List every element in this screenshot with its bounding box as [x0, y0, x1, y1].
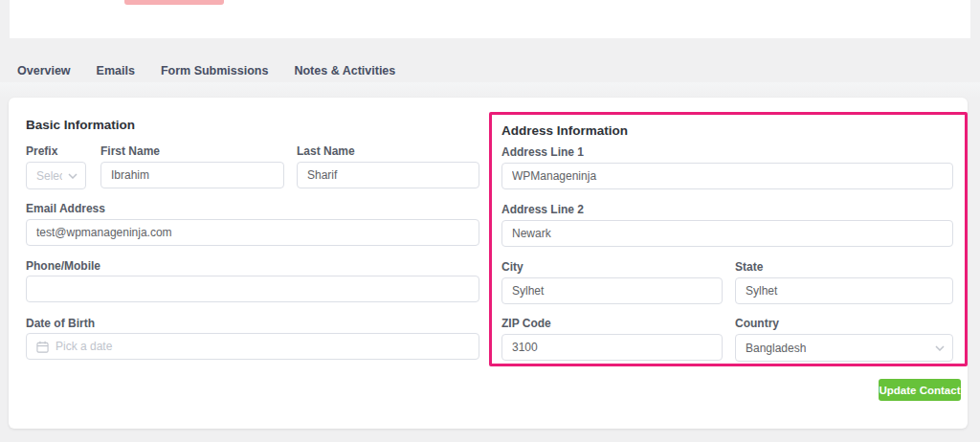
dob-label: Date of Birth [26, 317, 95, 330]
phone-input[interactable] [26, 276, 479, 302]
prefix-select-placeholder: Select [36, 169, 62, 183]
last-name-input[interactable] [297, 162, 479, 188]
address-line-2-input[interactable] [501, 220, 953, 247]
tab-overview[interactable]: Overview [17, 63, 71, 78]
country-select-value: Bangladesh [746, 342, 929, 355]
first-name-label: First Name [100, 144, 160, 158]
city-input[interactable] [501, 277, 723, 304]
chevron-down-icon [68, 173, 78, 179]
prefix-select[interactable]: Select [26, 162, 86, 189]
dob-datepicker[interactable] [26, 333, 479, 360]
state-input[interactable] [735, 277, 953, 304]
phone-label: Phone/Mobile [26, 259, 100, 273]
state-label: State [735, 260, 763, 274]
tab-emails[interactable]: Emails [97, 63, 135, 78]
chevron-down-icon [935, 345, 945, 351]
basic-information-heading: Basic Information [26, 118, 135, 132]
country-label: Country [735, 317, 779, 330]
address-line-1-label: Address Line 1 [501, 145, 584, 159]
tab-form-submissions[interactable]: Form Submissions [161, 63, 269, 78]
tab-nav: Overview Emails Form Submissions Notes &… [17, 63, 395, 78]
header-bar [10, 0, 970, 38]
dob-input[interactable] [56, 340, 469, 353]
country-select[interactable]: Bangladesh [735, 334, 953, 362]
calendar-icon [36, 341, 49, 353]
contact-form-card: Basic Information Prefix First Name Last… [9, 98, 968, 429]
contact-profile-page: Overview Emails Form Submissions Notes &… [0, 0, 980, 442]
last-name-label: Last Name [297, 144, 355, 158]
address-line-1-input[interactable] [501, 163, 953, 189]
update-contact-button[interactable]: Update Contact [879, 379, 961, 401]
zip-code-label: ZIP Code [501, 317, 551, 330]
tab-notes-activities[interactable]: Notes & Activities [294, 63, 395, 78]
zip-code-input[interactable] [501, 334, 723, 361]
first-name-input[interactable] [100, 162, 284, 188]
email-label: Email Address [26, 202, 105, 215]
tab-divider-fade [0, 82, 980, 98]
prefix-label: Prefix [26, 144, 57, 158]
address-information-heading: Address Information [501, 123, 628, 138]
email-input[interactable] [26, 219, 479, 246]
address-line-2-label: Address Line 2 [501, 203, 584, 216]
city-label: City [501, 260, 523, 274]
header-accent-bar [124, 0, 224, 5]
